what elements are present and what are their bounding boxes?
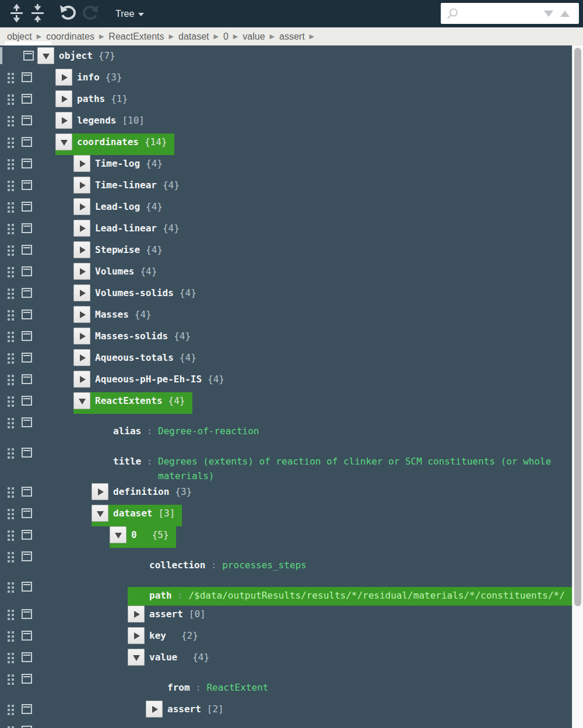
node-key[interactable]: Volumes-solids bbox=[95, 287, 174, 298]
drag-handle-icon[interactable] bbox=[8, 448, 14, 459]
collapse-node-button[interactable] bbox=[110, 526, 127, 543]
expand-node-button[interactable] bbox=[55, 69, 72, 86]
node-key[interactable]: ReactExtents bbox=[95, 395, 163, 406]
node-value[interactable]: Degree-of-reaction bbox=[158, 424, 259, 438]
expand-node-button[interactable] bbox=[73, 306, 90, 323]
context-menu-icon[interactable] bbox=[22, 223, 32, 233]
drag-handle-icon[interactable] bbox=[8, 610, 14, 620]
drag-handle-icon[interactable] bbox=[8, 509, 14, 519]
expand-node-button[interactable] bbox=[73, 241, 90, 258]
breadcrumb-item-0[interactable]: 0 bbox=[222, 31, 230, 42]
node-key[interactable]: coordinates bbox=[77, 136, 139, 147]
node-key[interactable]: Time-log bbox=[95, 158, 140, 169]
node-key[interactable]: from bbox=[167, 682, 190, 693]
context-menu-icon[interactable] bbox=[22, 115, 32, 125]
expand-node-button[interactable] bbox=[146, 701, 163, 718]
node-key[interactable]: value bbox=[149, 652, 177, 663]
expand-node-button[interactable] bbox=[55, 90, 72, 107]
node-key[interactable]: definition bbox=[113, 486, 169, 497]
drag-handle-icon[interactable] bbox=[8, 705, 14, 715]
node-key[interactable]: 0 bbox=[131, 529, 137, 540]
drag-handle-icon[interactable] bbox=[8, 181, 14, 191]
node-key[interactable]: legends bbox=[77, 115, 116, 126]
node-key[interactable]: Aqueous-pH-pe-Eh-IS bbox=[95, 374, 202, 385]
drag-handle-icon[interactable] bbox=[8, 353, 14, 364]
context-menu-icon[interactable] bbox=[22, 448, 32, 458]
drag-handle-icon[interactable] bbox=[8, 396, 14, 407]
drag-handle-icon[interactable] bbox=[8, 245, 14, 256]
expand-node-button[interactable] bbox=[73, 263, 90, 280]
collapse-node-button[interactable] bbox=[73, 392, 90, 409]
drag-handle-icon[interactable] bbox=[8, 289, 14, 299]
node-value[interactable]: Degrees (extents) of reaction of clinker… bbox=[158, 454, 556, 483]
breadcrumb-item-object[interactable]: object bbox=[6, 31, 33, 42]
node-key[interactable]: assert bbox=[167, 704, 201, 715]
node-key[interactable]: info bbox=[77, 72, 100, 83]
context-menu-icon[interactable] bbox=[22, 508, 32, 518]
context-menu-icon[interactable] bbox=[23, 51, 34, 61]
drag-handle-icon[interactable] bbox=[8, 375, 14, 385]
context-menu-icon[interactable] bbox=[22, 609, 32, 619]
drag-handle-icon[interactable] bbox=[8, 631, 14, 642]
context-menu-icon[interactable] bbox=[22, 417, 32, 427]
context-menu-icon[interactable] bbox=[22, 288, 32, 298]
context-menu-icon[interactable] bbox=[22, 137, 32, 147]
search-next-icon[interactable] bbox=[544, 10, 553, 17]
node-key[interactable]: title bbox=[113, 456, 141, 467]
node-key[interactable]: key bbox=[149, 630, 166, 641]
context-menu-icon[interactable] bbox=[22, 310, 32, 319]
scrollbar-thumb[interactable] bbox=[574, 48, 581, 606]
breadcrumb-item-assert[interactable]: assert bbox=[278, 31, 306, 42]
drag-handle-icon[interactable] bbox=[8, 94, 14, 105]
node-key[interactable]: Lead-linear bbox=[95, 223, 157, 234]
context-menu-icon[interactable] bbox=[22, 202, 32, 212]
expand-all-button[interactable] bbox=[6, 2, 27, 26]
node-key[interactable]: Lead-log bbox=[95, 201, 140, 212]
node-key[interactable]: dataset bbox=[113, 508, 152, 519]
expand-node-button[interactable] bbox=[73, 177, 90, 194]
context-menu-icon[interactable] bbox=[22, 94, 32, 104]
drag-handle-icon[interactable] bbox=[8, 73, 14, 83]
collapse-node-button[interactable] bbox=[92, 505, 108, 522]
breadcrumb-item-ReactExtents[interactable]: ReactExtents bbox=[107, 31, 165, 42]
context-menu-icon[interactable] bbox=[22, 530, 32, 540]
breadcrumb-item-dataset[interactable]: dataset bbox=[177, 31, 210, 42]
search-prev-icon[interactable] bbox=[560, 10, 570, 17]
drag-handle-icon[interactable] bbox=[8, 530, 14, 541]
node-key[interactable]: alias bbox=[113, 425, 141, 437]
node-key[interactable]: Time-linear bbox=[95, 180, 157, 191]
drag-handle-icon[interactable] bbox=[8, 159, 14, 170]
undo-button[interactable] bbox=[57, 2, 79, 26]
redo-button[interactable] bbox=[79, 2, 101, 26]
node-key[interactable]: Stepwise bbox=[95, 244, 140, 255]
drag-handle-icon[interactable] bbox=[8, 202, 14, 213]
context-menu-icon[interactable] bbox=[22, 704, 32, 714]
node-key[interactable]: path bbox=[149, 590, 172, 601]
collapse-node-button[interactable] bbox=[128, 649, 145, 666]
mode-dropdown[interactable]: Tree bbox=[111, 2, 149, 26]
node-key[interactable]: object bbox=[59, 50, 93, 61]
node-key[interactable]: Masses-solids bbox=[95, 330, 168, 342]
context-menu-icon[interactable] bbox=[22, 487, 32, 497]
node-key[interactable]: Masses bbox=[95, 309, 129, 320]
collapse-all-button[interactable] bbox=[27, 2, 48, 26]
node-key[interactable]: paths bbox=[77, 93, 105, 104]
node-value[interactable]: /$data/outputResults/results/*/residual/… bbox=[188, 588, 564, 603]
expand-node-button[interactable] bbox=[73, 349, 90, 366]
expand-node-button[interactable] bbox=[55, 112, 72, 129]
drag-handle-icon[interactable] bbox=[8, 116, 14, 126]
node-value[interactable]: processes_steps bbox=[222, 558, 307, 572]
expand-node-button[interactable] bbox=[128, 606, 145, 623]
expand-node-button[interactable] bbox=[92, 483, 108, 500]
drag-handle-icon[interactable] bbox=[8, 332, 14, 342]
breadcrumb-item-value[interactable]: value bbox=[241, 31, 266, 42]
expand-node-button[interactable] bbox=[73, 284, 90, 301]
drag-handle-icon[interactable] bbox=[8, 267, 14, 277]
expand-node-button[interactable] bbox=[128, 627, 145, 644]
drag-handle-icon[interactable] bbox=[8, 138, 14, 148]
drag-handle-icon[interactable] bbox=[8, 674, 14, 685]
node-value[interactable]: ReactExtent bbox=[206, 680, 268, 695]
scrollbar-track[interactable] bbox=[572, 45, 583, 728]
context-menu-icon[interactable] bbox=[22, 396, 32, 406]
context-menu-icon[interactable] bbox=[22, 726, 32, 728]
